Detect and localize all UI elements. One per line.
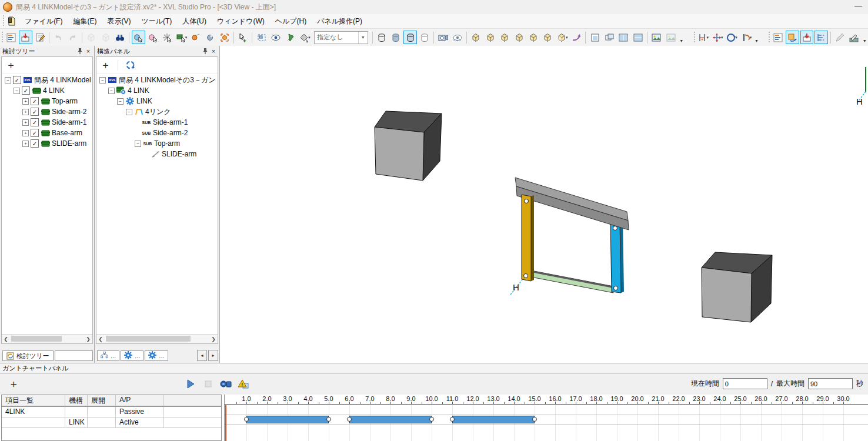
collapse-icon[interactable]: − — [126, 109, 132, 115]
review-tree-row-2[interactable]: +✓Top-arm — [2, 96, 92, 106]
stop-button[interactable] — [201, 377, 215, 390]
menu-item-2[interactable]: 表示(V) — [102, 15, 136, 28]
visibility-checkbox[interactable]: ✓ — [31, 118, 39, 126]
view-3d[interactable]: H H — [220, 46, 868, 363]
scroll-left-icon[interactable]: ❮ — [2, 336, 10, 342]
menubar-grip[interactable] — [2, 15, 5, 27]
render-edges-icon[interactable] — [403, 31, 416, 44]
cube-left[interactable] — [375, 111, 442, 181]
select-group-icon[interactable]: ▾ — [175, 31, 188, 44]
view-cube-front-icon[interactable] — [469, 31, 482, 44]
structure-tab-2[interactable]: ... — [145, 350, 168, 361]
select-shape-icon[interactable] — [132, 31, 145, 44]
render-shaded-icon[interactable] — [389, 31, 402, 44]
ghost-cube-a-icon[interactable] — [85, 31, 98, 44]
structure-tab-1[interactable]: ... — [121, 350, 143, 361]
move-parts-icon[interactable]: ▾ — [710, 31, 723, 44]
find-binoculars-icon[interactable] — [113, 31, 126, 44]
section-icon[interactable] — [283, 31, 296, 44]
current-time-marker[interactable] — [225, 405, 226, 441]
toolbar-grip[interactable] — [693, 32, 696, 44]
collapse-icon[interactable]: − — [108, 88, 115, 94]
view-cube-top-icon[interactable] — [527, 31, 540, 44]
gantt-bar-1-end-handle[interactable] — [429, 417, 434, 422]
structure-tree-row-1[interactable]: −4 LINK — [96, 85, 218, 96]
edit-pen-icon[interactable] — [847, 31, 860, 44]
rotate-parts-icon[interactable]: ▾ — [725, 31, 738, 44]
linkage-side-arm-yellow[interactable] — [522, 195, 534, 281]
collapse-icon[interactable]: − — [5, 77, 11, 83]
record-movie-icon[interactable] — [219, 377, 232, 390]
pin-icon[interactable] — [201, 47, 209, 55]
view-cube-bottom-icon[interactable] — [541, 31, 554, 44]
view-cube-left-icon[interactable] — [498, 31, 511, 44]
window-hsplit-icon[interactable] — [632, 31, 645, 44]
visibility-checkbox[interactable]: ✓ — [31, 97, 39, 105]
scroll-track[interactable] — [10, 335, 84, 343]
toolbar-overflow-icon[interactable]: ▾ — [753, 31, 760, 45]
review-tree-row-3[interactable]: +✓Side-arm-2 — [2, 106, 92, 117]
structure-tree-row-7[interactable]: SLIDE-arm — [96, 149, 218, 159]
minimize-button[interactable]: — — [854, 1, 862, 10]
pin-icon[interactable] — [76, 47, 84, 55]
apply-state-icon[interactable] — [800, 31, 813, 44]
current-time-input[interactable]: 0 — [723, 378, 767, 389]
scroll-left-icon[interactable]: ❮ — [96, 336, 105, 342]
close-icon[interactable]: × — [209, 47, 218, 55]
return-parts-icon[interactable]: ▾ — [739, 31, 752, 44]
visibility-checkbox[interactable]: ✓ — [31, 108, 39, 116]
gantt-bar-1-start-handle[interactable] — [347, 417, 352, 422]
gantt-bar-2[interactable] — [452, 416, 535, 423]
undo-icon[interactable] — [52, 31, 65, 44]
expand-icon[interactable]: + — [22, 130, 29, 136]
structure-tree-hscrollbar[interactable]: ❮ ❯ — [96, 334, 218, 343]
gantt-row-0[interactable]: 4LINKPassive — [2, 407, 221, 417]
linkage-base-arm[interactable] — [531, 270, 613, 293]
render-wireframe-icon[interactable] — [375, 31, 388, 44]
sync-camera-icon[interactable] — [786, 31, 799, 44]
hide-parts-icon[interactable] — [451, 31, 464, 44]
scroll-thumb[interactable] — [106, 336, 191, 342]
visibility-checkbox[interactable]: ✓ — [31, 139, 39, 148]
review-tree-row-6[interactable]: +✓SLIDE-arm — [2, 138, 92, 149]
max-time-input[interactable]: 90 — [808, 378, 853, 389]
menu-item-1[interactable]: 編集(E) — [68, 15, 102, 28]
expand-icon[interactable]: + — [22, 119, 29, 126]
review-tree-row-0[interactable]: −✓XVL簡易 4 LINKModel — [2, 75, 92, 85]
scroll-thumb[interactable] — [11, 336, 62, 342]
play-button[interactable] — [183, 377, 197, 390]
gantt-bar-0[interactable] — [246, 416, 329, 423]
gantt-timeline[interactable]: 1.02.03.04.05.06.07.08.09.010.011.012.01… — [224, 395, 868, 441]
view-cube-iso-icon[interactable]: ▾ — [556, 31, 569, 44]
capture-icon[interactable] — [436, 31, 449, 44]
tree-list-icon[interactable] — [5, 31, 18, 44]
window-vsplit-icon[interactable] — [617, 31, 630, 44]
gantt-bar-2-end-handle[interactable] — [532, 417, 537, 422]
apply-model-icon[interactable] — [19, 31, 32, 44]
menu-item-7[interactable]: パネル操作(P) — [312, 15, 368, 28]
gantt-list-icon[interactable] — [772, 31, 784, 44]
collapse-icon[interactable]: − — [99, 77, 106, 83]
review-tree-hscrollbar[interactable]: ❮ ❯ — [2, 334, 92, 343]
toolbar-grip[interactable] — [768, 32, 771, 44]
window-single-icon[interactable] — [588, 31, 601, 44]
window-cascade-icon[interactable] — [603, 31, 616, 44]
structure-tree-row-4[interactable]: SUBSide-arm-1 — [96, 117, 218, 128]
toolbar-overflow-icon[interactable]: ▾ — [678, 31, 685, 45]
review-tree-row-1[interactable]: −✓4 LINK — [2, 85, 92, 96]
snap-region-icon[interactable] — [218, 31, 231, 44]
collapse-icon[interactable]: − — [117, 98, 123, 105]
interference-check-icon[interactable]: ! — [236, 377, 250, 390]
snap-point-orange-icon[interactable] — [189, 31, 202, 44]
review-tree-row-5[interactable]: +✓Base-arm — [2, 128, 92, 138]
review-tree-row-4[interactable]: +✓Side-arm-1 — [2, 117, 92, 128]
gantt-bar-0-start-handle[interactable] — [244, 417, 249, 422]
display-set-combo[interactable]: 指定なし▼ — [314, 31, 368, 44]
expand-icon[interactable]: + — [22, 141, 29, 147]
view-target-icon[interactable] — [269, 31, 282, 44]
scroll-track[interactable] — [105, 335, 209, 343]
tree-sync-icon[interactable] — [814, 31, 827, 44]
edit-note-icon[interactable] — [34, 31, 46, 44]
collapse-icon[interactable]: − — [135, 141, 141, 147]
menu-item-3[interactable]: ツール(T) — [136, 15, 177, 28]
